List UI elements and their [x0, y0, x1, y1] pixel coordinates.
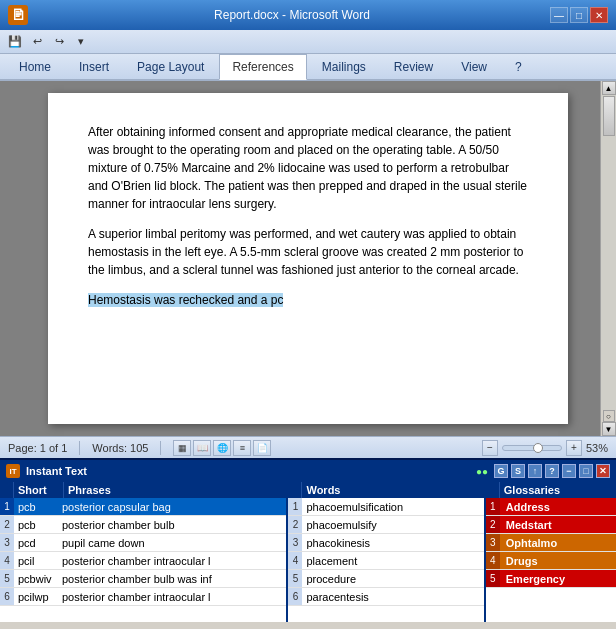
- word-text-1: phacoemulsification: [302, 500, 483, 514]
- phrase-row-5[interactable]: 5 pcbwiv posterior chamber bulb was inf: [0, 570, 286, 588]
- phrases-header: Short Phrases: [0, 482, 286, 498]
- help-button[interactable]: ?: [545, 464, 559, 478]
- word-text-3: phacokinesis: [302, 536, 483, 550]
- phrase-short-3: pcd: [14, 536, 58, 550]
- phrases-num-col: [0, 482, 14, 498]
- word-num-6: 6: [288, 588, 302, 605]
- tab-view[interactable]: View: [448, 54, 500, 79]
- vertical-scrollbar[interactable]: ▲ ○ ▼: [600, 81, 616, 436]
- phrase-row-2[interactable]: 2 pcb posterior chamber bulb: [0, 516, 286, 534]
- paragraph-1: After obtaining informed consent and app…: [88, 123, 528, 213]
- zoom-out-button[interactable]: −: [482, 440, 498, 456]
- word-row-4[interactable]: 4 placement: [288, 552, 483, 570]
- save-icon[interactable]: 💾: [6, 33, 24, 51]
- zoom-slider[interactable]: [502, 445, 562, 451]
- status-bar: Page: 1 of 1 Words: 105 ▦ 📖 🌐 ≡ 📄 − + 53…: [0, 436, 616, 458]
- tab-help[interactable]: ?: [502, 54, 535, 79]
- document-page[interactable]: After obtaining informed consent and app…: [48, 93, 568, 424]
- glossary-row-2[interactable]: 2 Medstart: [486, 516, 616, 534]
- minimize-it-button[interactable]: −: [562, 464, 576, 478]
- glossaries-table: Glossaries 1 Address 2 Medstart 3 Ophtal…: [486, 482, 616, 622]
- scroll-up-button[interactable]: ▲: [602, 81, 616, 95]
- scroll-circle[interactable]: ○: [603, 410, 615, 422]
- quick-access-toolbar: 💾 ↩ ↪ ▾: [0, 30, 616, 54]
- glossary-row-4[interactable]: 4 Drugs: [486, 552, 616, 570]
- word-row-3[interactable]: 3 phacokinesis: [288, 534, 483, 552]
- close-button[interactable]: ✕: [590, 7, 608, 23]
- word-row-1[interactable]: 1 phacoemulsification: [288, 498, 483, 516]
- zoom-controls: − + 53%: [482, 440, 608, 456]
- word-text-6: paracentesis: [302, 590, 483, 604]
- glossaries-header: Glossaries: [486, 482, 616, 498]
- tab-mailings[interactable]: Mailings: [309, 54, 379, 79]
- word-text-5: procedure: [302, 572, 483, 586]
- title-bar: 🖹 Report.docx - Microsoft Word — □ ✕: [0, 0, 616, 30]
- print-layout-button[interactable]: ▦: [173, 440, 191, 456]
- divider-2: [160, 441, 161, 455]
- words-header: Words: [288, 482, 483, 498]
- settings-button[interactable]: S: [511, 464, 525, 478]
- phrase-row-6[interactable]: 6 pcilwp posterior chamber intraocular l: [0, 588, 286, 606]
- up-button[interactable]: ↑: [528, 464, 542, 478]
- word-num-4: 4: [288, 552, 302, 569]
- words-table: Words 1 phacoemulsification 2 phacoemuls…: [288, 482, 485, 622]
- word-num-2: 2: [288, 516, 302, 533]
- glossary-name-1: Address: [500, 500, 616, 514]
- tab-page-layout[interactable]: Page Layout: [124, 54, 217, 79]
- glossary-name-5: Emergency: [500, 572, 616, 586]
- instant-text-title: Instant Text: [26, 465, 470, 477]
- redo-icon[interactable]: ↪: [50, 33, 68, 51]
- scroll-track[interactable]: [601, 95, 616, 410]
- text-hemostasis: Hemostasis was rechecked and a pc: [88, 293, 283, 307]
- phrase-num-2: 2: [0, 516, 14, 533]
- phrase-num-4: 4: [0, 552, 14, 569]
- phrases-short-col: Short: [14, 482, 64, 498]
- word-num-1: 1: [288, 498, 302, 515]
- zoom-handle[interactable]: [533, 443, 543, 453]
- phrase-num-1: 1: [0, 498, 14, 515]
- glossary-name-4: Drugs: [500, 554, 616, 568]
- maximize-button[interactable]: □: [570, 7, 588, 23]
- zoom-level: 53%: [586, 442, 608, 454]
- web-layout-button[interactable]: 🌐: [213, 440, 231, 456]
- zoom-in-button[interactable]: +: [566, 440, 582, 456]
- word-row-5[interactable]: 5 procedure: [288, 570, 483, 588]
- words-num-col: [288, 482, 302, 498]
- minimize-button[interactable]: —: [550, 7, 568, 23]
- draft-button[interactable]: 📄: [253, 440, 271, 456]
- close-it-button[interactable]: ✕: [596, 464, 610, 478]
- word-row-6[interactable]: 6 paracentesis: [288, 588, 483, 606]
- dropdown-icon[interactable]: ▾: [72, 33, 90, 51]
- word-num-5: 5: [288, 570, 302, 587]
- undo-icon[interactable]: ↩: [28, 33, 46, 51]
- tab-review[interactable]: Review: [381, 54, 446, 79]
- glossary-num-2: 2: [486, 516, 500, 533]
- glossary-button[interactable]: G: [494, 464, 508, 478]
- page-info: Page: 1 of 1: [8, 442, 67, 454]
- glossary-num-4: 4: [486, 552, 500, 569]
- outline-button[interactable]: ≡: [233, 440, 251, 456]
- scroll-thumb[interactable]: [603, 96, 615, 136]
- phrase-text-6: posterior chamber intraocular l: [58, 590, 286, 604]
- glossary-row-1[interactable]: 1 Address: [486, 498, 616, 516]
- glossary-row-5[interactable]: 5 Emergency: [486, 570, 616, 588]
- phrase-num-5: 5: [0, 570, 14, 587]
- phrase-row-3[interactable]: 3 pcd pupil came down: [0, 534, 286, 552]
- glossary-num-1: 1: [486, 498, 500, 515]
- tab-home[interactable]: Home: [6, 54, 64, 79]
- word-row-2[interactable]: 2 phacoemulsify: [288, 516, 483, 534]
- phrase-row-4[interactable]: 4 pcil posterior chamber intraocular l: [0, 552, 286, 570]
- phrase-row-1[interactable]: 1 pcb posterior capsular bag: [0, 498, 286, 516]
- word-text-2: phacoemulsify: [302, 518, 483, 532]
- tab-insert[interactable]: Insert: [66, 54, 122, 79]
- view-buttons: ▦ 📖 🌐 ≡ 📄: [173, 440, 271, 456]
- window-controls: — □ ✕: [550, 7, 608, 23]
- ribbon-tabs: Home Insert Page Layout References Maili…: [0, 54, 616, 79]
- tab-references[interactable]: References: [219, 54, 306, 80]
- scroll-down-button[interactable]: ▼: [602, 422, 616, 436]
- full-reading-button[interactable]: 📖: [193, 440, 211, 456]
- maximize-it-button[interactable]: □: [579, 464, 593, 478]
- glossary-row-3[interactable]: 3 Ophtalmo: [486, 534, 616, 552]
- instant-text-tables: Short Phrases 1 pcb posterior capsular b…: [0, 482, 616, 622]
- phrase-text-1: posterior capsular bag: [58, 500, 286, 514]
